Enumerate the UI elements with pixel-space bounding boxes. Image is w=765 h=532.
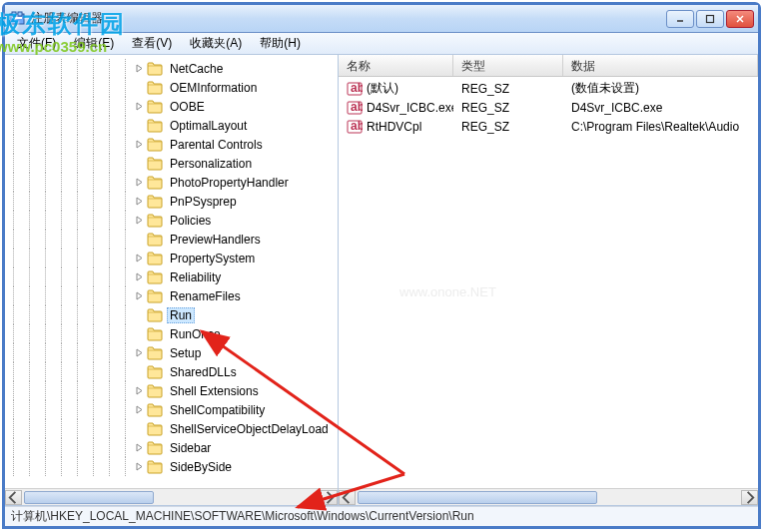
tree-item[interactable]: RenameFiles <box>5 286 338 305</box>
expand-icon[interactable] <box>133 290 145 302</box>
close-button[interactable] <box>726 10 754 28</box>
tree-item-label: OptimalLayout <box>167 118 250 134</box>
expand-icon[interactable] <box>133 385 145 397</box>
tree-item[interactable]: PreviewHandlers <box>5 230 338 249</box>
minimize-button[interactable] <box>666 10 694 28</box>
titlebar[interactable]: 注册表编辑器 <box>5 5 758 33</box>
menu-view[interactable]: 查看(V) <box>124 33 180 54</box>
tree-item[interactable]: OOBE <box>5 97 338 116</box>
tree-item[interactable]: Sidebar <box>5 438 338 457</box>
expand-icon[interactable] <box>133 442 145 454</box>
tree-item[interactable]: Reliability <box>5 267 338 286</box>
scroll-left-icon[interactable] <box>339 490 356 505</box>
folder-icon <box>147 138 163 152</box>
expand-icon[interactable] <box>133 328 145 340</box>
list-row[interactable]: abD4Svr_ICBC.exeREG_SZD4Svr_ICBC.exe <box>339 98 758 117</box>
expand-icon[interactable] <box>133 177 145 189</box>
menu-edit[interactable]: 编辑(E) <box>66 33 122 54</box>
folder-icon <box>147 119 163 133</box>
tree-pane: NetCacheOEMInformationOOBEOptimalLayoutP… <box>5 55 339 505</box>
folder-icon <box>147 81 163 95</box>
tree-item[interactable]: Setup <box>5 343 338 362</box>
tree-item[interactable]: Parental Controls <box>5 135 338 154</box>
folder-icon <box>147 403 163 417</box>
tree-item[interactable]: SharedDLLs <box>5 362 338 381</box>
tree-item[interactable]: PnPSysprep <box>5 192 338 211</box>
tree-item[interactable]: PropertySystem <box>5 249 338 267</box>
expand-icon[interactable] <box>133 309 145 321</box>
registry-tree[interactable]: NetCacheOEMInformationOOBEOptimalLayoutP… <box>5 55 338 487</box>
main-split: NetCacheOEMInformationOOBEOptimalLayoutP… <box>5 55 758 506</box>
col-name[interactable]: 名称 <box>339 55 453 76</box>
expand-icon[interactable] <box>133 461 145 473</box>
tree-item-label: Policies <box>167 213 214 229</box>
expand-icon[interactable] <box>133 196 145 208</box>
tree-item-label: OEMInformation <box>167 80 260 96</box>
expand-icon[interactable] <box>133 215 145 227</box>
tree-item-label: Reliability <box>167 269 224 285</box>
col-data[interactable]: 数据 <box>563 55 758 76</box>
expand-icon[interactable] <box>133 271 145 283</box>
scroll-right-icon[interactable] <box>321 490 338 505</box>
svg-rect-3 <box>12 17 22 19</box>
scroll-left-icon[interactable] <box>5 490 22 505</box>
tree-item-label: RunOnce <box>167 326 224 342</box>
tree-item[interactable]: PhotoPropertyHandler <box>5 173 338 192</box>
expand-icon[interactable] <box>133 253 145 265</box>
expand-icon[interactable] <box>133 82 145 94</box>
expand-icon[interactable] <box>133 234 145 246</box>
app-icon <box>9 11 25 27</box>
value-type: REG_SZ <box>453 101 563 115</box>
svg-text:ab: ab <box>351 100 363 114</box>
folder-icon <box>147 233 163 247</box>
tree-item[interactable]: ShellServiceObjectDelayLoad <box>5 419 338 438</box>
tree-item[interactable]: Policies <box>5 211 338 230</box>
folder-icon <box>147 365 163 379</box>
tree-item-label: Sidebar <box>167 440 214 456</box>
tree-item[interactable]: Personalization <box>5 154 338 173</box>
expand-icon[interactable] <box>133 423 145 435</box>
tree-item[interactable]: ShellCompatibility <box>5 400 338 419</box>
tree-item[interactable]: Run <box>5 305 338 324</box>
list-row[interactable]: ab(默认)REG_SZ(数值未设置) <box>339 79 758 98</box>
tree-item[interactable]: SideBySide <box>5 457 338 476</box>
tree-item[interactable]: OptimalLayout <box>5 116 338 135</box>
folder-icon <box>147 346 163 360</box>
string-value-icon: ab <box>347 81 363 97</box>
svg-rect-1 <box>12 12 16 16</box>
tree-item[interactable]: NetCache <box>5 59 338 78</box>
string-value-icon: ab <box>347 100 363 116</box>
tree-item-label: SideBySide <box>167 459 235 475</box>
list-body[interactable]: ab(默认)REG_SZ(数值未设置)abD4Svr_ICBC.exeREG_S… <box>339 77 758 138</box>
tree-item-label: RenameFiles <box>167 288 244 304</box>
folder-icon <box>147 422 163 436</box>
statusbar-path: 计算机\HKEY_LOCAL_MACHINE\SOFTWARE\Microsof… <box>11 508 474 525</box>
value-type: REG_SZ <box>453 120 563 134</box>
expand-icon[interactable] <box>133 139 145 151</box>
expand-icon[interactable] <box>133 347 145 359</box>
window-controls <box>666 10 754 28</box>
menu-help[interactable]: 帮助(H) <box>252 33 309 54</box>
expand-icon[interactable] <box>133 366 145 378</box>
tree-item[interactable]: OEMInformation <box>5 78 338 97</box>
tree-hscrollbar[interactable] <box>5 488 338 505</box>
menu-file[interactable]: 文件(F) <box>9 33 64 54</box>
col-type[interactable]: 类型 <box>453 55 563 76</box>
expand-icon[interactable] <box>133 404 145 416</box>
scroll-right-icon[interactable] <box>741 490 758 505</box>
svg-rect-2 <box>18 12 22 16</box>
menu-favorites[interactable]: 收藏夹(A) <box>182 33 250 54</box>
svg-text:ab: ab <box>351 81 363 95</box>
list-hscrollbar[interactable] <box>339 488 758 505</box>
expand-icon[interactable] <box>133 101 145 113</box>
tree-item[interactable]: RunOnce <box>5 324 338 343</box>
expand-icon[interactable] <box>133 63 145 75</box>
expand-icon[interactable] <box>133 120 145 132</box>
value-data: C:\Program Files\Realtek\Audio <box>563 120 758 134</box>
list-row[interactable]: abRtHDVCplREG_SZC:\Program Files\Realtek… <box>339 117 758 136</box>
maximize-button[interactable] <box>696 10 724 28</box>
folder-icon <box>147 384 163 398</box>
folder-icon <box>147 214 163 228</box>
expand-icon[interactable] <box>133 158 145 170</box>
tree-item[interactable]: Shell Extensions <box>5 381 338 400</box>
